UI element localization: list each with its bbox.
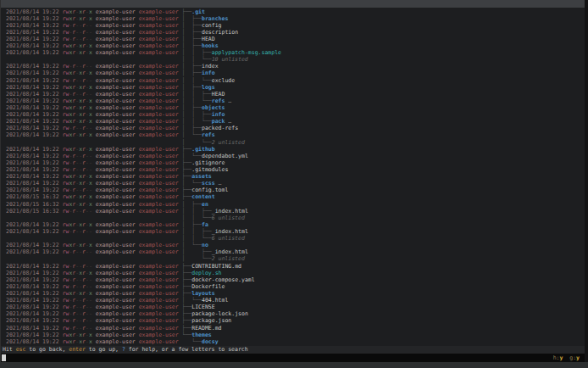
entry-date: 2021/08/14 19:22 xyxy=(6,98,59,104)
tree-row[interactable]: 2021/08/14 19:22 rw-r--r-- example-user … xyxy=(1,36,585,42)
tree-row[interactable]: 2021/08/14 19:22 rw-r--r-- example-user … xyxy=(1,29,585,36)
entry-date: 2021/08/15 16:32 xyxy=(6,208,59,215)
tree-row[interactable]: 2021/08/14 19:22 rwxr-xr-x example-user … xyxy=(1,15,585,22)
tree-branch-lines: │ ├── xyxy=(182,221,202,228)
entry-date: 2021/08/14 19:22 xyxy=(6,317,59,324)
search-input-line[interactable]: h:y g:y xyxy=(1,354,585,362)
tree-row[interactable]: │ └──2 unlisted xyxy=(1,139,585,146)
entry-owner: example-user xyxy=(96,98,136,104)
entry-owner: example-user xyxy=(96,36,136,42)
tree-branch-lines: ├── xyxy=(182,283,192,290)
tree-row[interactable]: 2021/08/14 19:22 rwxr-xr-x example-user … xyxy=(1,104,585,111)
tree-row[interactable]: 2021/08/14 19:22 rw-r--r-- example-user … xyxy=(1,276,585,283)
entry-group: example-user xyxy=(139,131,179,138)
tree-row[interactable]: │ │ └──6 unlisted xyxy=(1,215,585,221)
status-text: for help, or a few letters to search xyxy=(125,346,248,353)
entry-owner: example-user xyxy=(96,208,136,215)
entry-group: example-user xyxy=(139,221,179,228)
entry-owner: example-user xyxy=(96,270,136,276)
entry-permissions: rw-r--r-- xyxy=(63,22,92,29)
tree-row[interactable]: 2021/08/14 19:22 rw-r--r-- example-user … xyxy=(1,283,585,290)
entry-group: example-user xyxy=(139,332,179,338)
tree-branch-lines: │ └── xyxy=(181,255,211,262)
tree-row[interactable]: 2021/08/14 19:22 rwxr-xr-x example-user … xyxy=(1,146,585,153)
status-bar: Hit esc to go back, enter to go up, ? fo… xyxy=(1,346,585,354)
entry-date: 2021/08/14 19:22 xyxy=(6,15,59,22)
entry-owner: example-user xyxy=(96,91,136,98)
tree-row[interactable]: 2021/08/14 19:22 rw-r--r-- example-user … xyxy=(1,166,585,173)
tree-row[interactable]: │ └──2 unlisted xyxy=(1,255,585,262)
entry-owner: example-user xyxy=(96,201,136,208)
entry-group: example-user xyxy=(139,153,179,159)
entry-name: exclude xyxy=(212,77,235,84)
entry-permissions: rw-r--r-- xyxy=(63,276,92,283)
flag-label: g: xyxy=(569,354,576,361)
entry-owner: example-user xyxy=(96,70,136,76)
status-key: enter xyxy=(69,346,86,353)
tree-row[interactable]: 2021/08/15 16:32 rwxr-xr-x example-user … xyxy=(1,193,585,200)
entry-permissions: rw-r--r-- xyxy=(63,317,92,324)
tree-row[interactable]: 2021/08/14 19:22 rw-r--r-- example-user … xyxy=(1,159,585,166)
entry-permissions: rw-r--r-- xyxy=(63,263,92,270)
entry-date: 2021/08/14 19:22 xyxy=(6,29,59,36)
tree-row[interactable]: 2021/08/14 19:22 rw-r--r-- example-user … xyxy=(1,263,585,270)
tree-row[interactable]: 2021/08/14 19:22 rwxr-xr-x example-user … xyxy=(1,84,585,91)
entry-permissions: rw-r--r-- xyxy=(63,283,92,290)
tree-row[interactable]: 2021/08/14 19:22 rwxr-xr-x example-user … xyxy=(1,338,585,345)
entry-group: example-user xyxy=(139,276,179,283)
tree-row[interactable]: 2021/08/14 19:22 rwxr-xr-x example-user … xyxy=(1,42,585,49)
tree-row[interactable]: 2021/08/14 19:22 rwxr-xr-x example-user … xyxy=(1,290,585,297)
entry-owner: example-user xyxy=(96,325,136,332)
tree-branch-lines: │ ├── xyxy=(182,36,202,42)
entry-name: content xyxy=(191,193,214,200)
entry-group: example-user xyxy=(139,228,179,235)
entry-group: example-user xyxy=(139,263,179,270)
entry-group: example-user xyxy=(139,36,179,42)
entry-group: example-user xyxy=(139,84,179,91)
tree-row[interactable]: 2021/08/14 19:22 rwxr-xr-x example-user … xyxy=(1,131,585,138)
entry-permissions: rwxr-xr-x xyxy=(63,221,92,228)
entry-permissions: rw-r--r-- xyxy=(63,297,92,304)
entry-group: example-user xyxy=(139,317,179,324)
tree-row[interactable]: 2021/08/14 19:22 rwxr-xr-x example-user … xyxy=(1,221,585,228)
entry-permissions: rwxr-xr-x xyxy=(63,98,92,104)
entry-group: example-user xyxy=(139,173,179,180)
entry-owner: example-user xyxy=(96,159,136,166)
tree-branch-lines: ├── xyxy=(182,166,192,173)
entry-permissions: rw-r--r-- xyxy=(63,153,92,159)
entry-group: example-user xyxy=(139,77,179,84)
tree-row[interactable]: │ │ └──6 unlisted xyxy=(1,235,585,242)
entry-name: 2 unlisted xyxy=(212,139,245,146)
tree-row[interactable]: 2021/08/15 16:32 rw-r--r-- example-user … xyxy=(1,208,585,215)
tree-row[interactable]: 2021/08/14 19:22 rw-r--r-- example-user … xyxy=(1,91,585,98)
entry-name: en xyxy=(202,201,208,208)
tree-branch-lines: │ │ ├── xyxy=(182,208,212,215)
tree-row[interactable]: 2021/08/14 19:22 rwxr-xr-x example-user … xyxy=(1,270,585,276)
entry-owner: example-user xyxy=(96,304,136,310)
entry-owner: example-user xyxy=(96,276,136,283)
tree-row[interactable]: 2021/08/14 19:22 rw-r--r-- example-user … xyxy=(1,22,585,29)
tree-row[interactable]: 2021/08/14 19:22 rw-r--r-- example-user … xyxy=(1,297,585,304)
tree-row[interactable]: 2021/08/14 19:22 rwxr-xr-x example-user … xyxy=(1,70,585,76)
tree-branch-lines: │ │ ├── xyxy=(182,91,212,98)
tree-row[interactable]: 2021/08/14 19:22 rw-r--r-- example-user … xyxy=(1,317,585,324)
tree-row[interactable]: 2021/08/14 19:22 rw-r--r-- example-user … xyxy=(1,228,585,235)
tree-branch-lines: │ ├── xyxy=(182,104,202,111)
tree-row[interactable]: 2021/08/14 19:22 rwxr-xr-x example-user … xyxy=(1,98,585,104)
tree-row[interactable]: 2021/08/14 19:22 rw-r--r-- example-user … xyxy=(1,153,585,159)
tree-row[interactable]: 2021/08/15 16:32 rwxr-xr-x example-user … xyxy=(1,201,585,208)
tree-row[interactable]: 2021/08/14 19:22 rwxr-xr-x example-user … xyxy=(1,332,585,338)
entry-owner: example-user xyxy=(96,49,136,56)
tree-row[interactable]: 2021/08/14 19:22 rw-r--r-- example-user … xyxy=(1,77,585,84)
tree-row[interactable]: 2021/08/14 19:22 rw-r--r-- example-user … xyxy=(1,325,585,332)
entry-name: hooks xyxy=(202,42,219,49)
entry-permissions: rw-r--r-- xyxy=(63,77,92,84)
entry-name: themes xyxy=(191,332,211,338)
entry-name: fa xyxy=(202,221,208,228)
entry-owner: example-user xyxy=(96,221,136,228)
entry-permissions: rwxr-xr-x xyxy=(63,49,92,56)
tree-branch-lines: │ ├── xyxy=(182,201,202,208)
entry-group: example-user xyxy=(139,208,179,215)
tree-row[interactable]: 2021/08/14 19:22 rwxr-xr-x example-user … xyxy=(1,8,585,15)
entry-date: 2021/08/14 19:22 xyxy=(6,297,59,304)
